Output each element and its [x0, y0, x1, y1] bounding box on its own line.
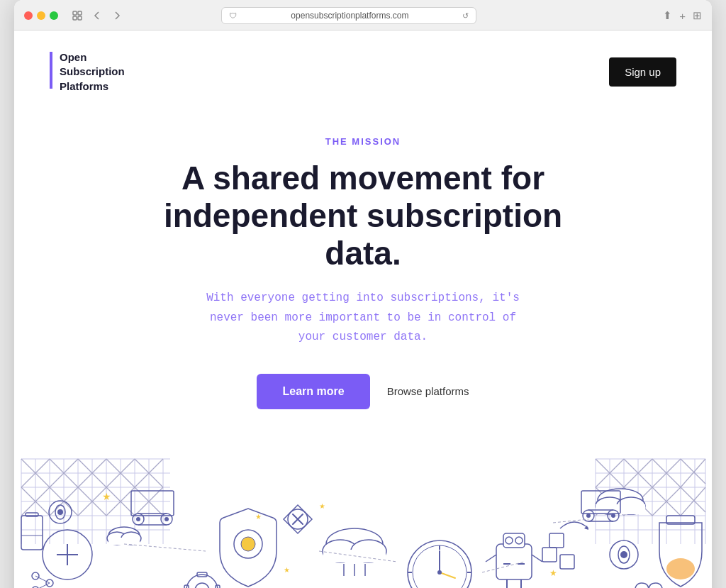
svg-text:★: ★	[284, 566, 290, 574]
svg-rect-3	[78, 16, 82, 20]
cta-row: Learn more Browse platforms	[50, 374, 676, 409]
svg-rect-61	[108, 538, 140, 545]
maximize-button[interactable]	[50, 11, 58, 20]
back-button[interactable]	[89, 9, 105, 22]
share-button[interactable]: ⬆	[663, 9, 672, 22]
svg-rect-0	[73, 11, 77, 15]
close-button[interactable]	[24, 11, 33, 20]
hero-title: A shared movement for independent subscr…	[136, 160, 590, 272]
svg-line-102	[486, 555, 496, 562]
extensions-button[interactable]: ⊞	[693, 9, 702, 22]
svg-rect-97	[503, 533, 525, 548]
hero-section: THE MISSION A shared movement for indepe…	[14, 108, 712, 452]
forward-button[interactable]	[109, 9, 125, 22]
hero-subtitle: With everyone getting into subscriptions…	[193, 289, 533, 347]
svg-rect-1	[78, 11, 82, 15]
svg-point-44	[136, 517, 140, 521]
svg-rect-52	[21, 516, 43, 550]
browser-controls	[69, 9, 125, 22]
refresh-icon: ↺	[462, 11, 469, 21]
svg-point-75	[195, 583, 209, 588]
address-bar[interactable]: 🛡 opensubscriptionplatforms.com ↺	[221, 7, 476, 24]
svg-line-103	[532, 555, 542, 562]
tab-switcher-button[interactable]	[69, 9, 85, 22]
svg-point-45	[164, 517, 169, 521]
svg-line-65	[35, 576, 50, 583]
svg-point-148	[620, 551, 627, 558]
logo-bar-accent	[50, 52, 52, 89]
svg-point-155	[611, 514, 615, 518]
url-display: opensubscriptionplatforms.com	[241, 11, 458, 21]
svg-rect-2	[73, 16, 77, 20]
browser-window: 🛡 opensubscriptionplatforms.com ↺ ⬆ + ⊞ …	[14, 0, 712, 588]
svg-rect-108	[560, 555, 574, 569]
svg-rect-41	[131, 491, 174, 516]
learn-more-button[interactable]: Learn more	[257, 374, 369, 409]
browser-chrome: 🛡 opensubscriptionplatforms.com ↺ ⬆ + ⊞	[14, 0, 712, 30]
page-content: Open Subscription Platforms Sign up THE …	[14, 30, 712, 588]
svg-text:★: ★	[255, 513, 262, 521]
svg-point-150	[666, 558, 695, 579]
svg-text:★: ★	[549, 568, 557, 578]
logo: Open Subscription Platforms	[50, 50, 125, 94]
svg-line-159	[124, 544, 206, 551]
browse-platforms-button[interactable]: Browse platforms	[387, 385, 469, 397]
svg-point-91	[437, 570, 442, 575]
browser-actions: ⬆ + ⊞	[663, 9, 702, 22]
minimize-button[interactable]	[37, 11, 45, 20]
security-icon: 🛡	[229, 11, 237, 20]
svg-point-51	[57, 509, 63, 515]
svg-point-69	[241, 537, 255, 551]
logo-text: Open Subscription Platforms	[60, 50, 125, 94]
svg-text:★: ★	[102, 491, 111, 502]
navbar: Open Subscription Platforms Sign up	[14, 30, 712, 108]
svg-rect-96	[496, 544, 532, 579]
svg-text:★: ★	[319, 502, 325, 510]
traffic-lights	[24, 11, 58, 20]
mission-label: THE MISSION	[50, 136, 676, 147]
svg-point-154	[586, 514, 591, 518]
signup-button[interactable]: Sign up	[609, 57, 676, 87]
hero-illustration: ★	[14, 452, 712, 588]
illustration-area: ★	[14, 452, 712, 588]
svg-rect-106	[542, 548, 557, 562]
svg-rect-107	[549, 533, 564, 548]
new-tab-button[interactable]: +	[679, 10, 686, 22]
svg-rect-53	[26, 513, 38, 516]
